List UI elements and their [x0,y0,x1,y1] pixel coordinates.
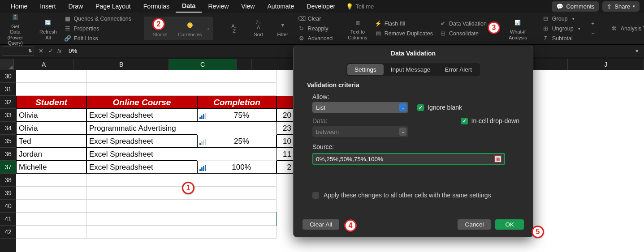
cell[interactable] [86,174,197,187]
subtotal-button[interactable]: ΣSubtotal [540,34,582,43]
sort-az-button[interactable]: A↓Z [224,22,245,35]
source-input[interactable]: ▦ [312,153,505,165]
tab-settings[interactable]: Settings [347,64,384,75]
tab-developer[interactable]: Developer [300,0,341,12]
apply-all-checkbox[interactable] [312,192,319,199]
source-field[interactable] [316,156,494,162]
cell[interactable] [16,70,86,83]
advanced-filter[interactable]: ⚙Advanced [296,34,335,43]
cell-d[interactable]: 11 [277,148,294,161]
row-header[interactable]: 38 [0,174,16,187]
row-header[interactable]: 39 [0,187,16,200]
cell-completion[interactable]: 25% [197,135,277,148]
select-all-cell[interactable] [0,59,14,70]
filter-button[interactable]: ▼Filter [272,18,294,38]
ignore-blank-checkbox[interactable]: ✓Ignore blank [417,104,462,111]
name-box[interactable]: ⇅ [3,47,34,56]
cell-course[interactable]: Excel Spreadsheet [86,148,197,161]
cell[interactable] [16,213,86,226]
properties[interactable]: ☰Properties [62,24,134,33]
cell[interactable] [16,187,86,200]
reapply-filter[interactable]: ↻Reapply [296,24,335,33]
cell[interactable] [86,200,197,213]
hide-detail[interactable]: − [588,29,598,38]
cell-completion[interactable]: 100% [197,161,277,174]
cell-course[interactable]: Excel Spreadsheet [86,135,197,148]
tab-draw[interactable]: Draw [62,0,89,12]
cancel-button[interactable]: Cancel [458,219,491,230]
cell[interactable] [197,226,277,239]
ungroup-button[interactable]: ⊞Ungroup▾ [540,24,582,33]
row-header[interactable]: 31 [0,83,16,96]
table-header-completion[interactable]: Completion [197,96,277,109]
tab-automate[interactable]: Automate [261,0,300,12]
cell[interactable] [16,83,86,96]
cell[interactable] [86,83,197,96]
cell[interactable] [16,226,86,239]
cell[interactable] [197,200,277,213]
cell[interactable] [86,213,197,226]
col-header-c[interactable]: C [169,59,237,70]
analysis-tools[interactable]: 🛠Analysis Tools [609,24,644,33]
row-header[interactable]: 41 [0,213,16,226]
cell-student[interactable]: Olivia [16,109,86,122]
tab-view[interactable]: View [235,0,261,12]
row-header[interactable]: 37 [0,161,16,174]
row-header[interactable]: 34 [0,122,16,135]
col-header-a[interactable]: A [14,59,74,70]
cell-student[interactable]: Olivia [16,122,86,135]
tab-page-layout[interactable]: Page Layout [89,0,137,12]
ok-button[interactable]: OK [495,219,524,230]
chevron-right-icon[interactable]: › [206,25,210,32]
data-validation-button[interactable]: ✔Data Validation▾ [437,19,495,28]
cancel-icon[interactable]: ✕ [38,47,44,54]
flash-fill[interactable]: ⚡Flash-fill [373,19,435,28]
clear-filter[interactable]: ⌫Clear [296,14,335,23]
cell[interactable] [86,70,197,83]
queries-connections[interactable]: ▦Queries & Connections [62,14,134,23]
expand-formula-icon[interactable]: ▾ [632,47,641,54]
col-header-d[interactable] [237,59,252,70]
col-header-j[interactable]: J [568,59,644,70]
tab-formulas[interactable]: Formulas [137,0,176,12]
cell-d[interactable]: 23 [277,122,294,135]
cell-d[interactable]: 2 [277,161,294,174]
cell-student[interactable]: Michelle [16,161,86,174]
clear-all-button[interactable]: Clear All [303,219,339,230]
row-header[interactable]: 33 [0,109,16,122]
range-selector-icon[interactable]: ▦ [494,155,501,162]
row-header[interactable]: 42 [0,226,16,239]
row-header[interactable]: 36 [0,148,16,161]
cell[interactable] [16,200,86,213]
show-detail[interactable]: + [588,19,598,28]
tell-me[interactable]: 💡 Tell me [346,3,374,10]
comments-button[interactable]: 💬 Comments [552,1,599,12]
table-header-course[interactable]: Online Course [86,96,197,109]
enter-icon[interactable]: ✓ [48,47,54,54]
cell-student[interactable]: Ted [16,135,86,148]
tab-error-alert[interactable]: Error Alert [437,64,479,75]
tab-review[interactable]: Review [202,0,235,12]
cell[interactable] [86,187,197,200]
cell-d[interactable]: 20 [277,109,294,122]
cell[interactable] [197,187,277,200]
cell-course[interactable]: Excel Spreadsheet [86,109,197,122]
fx-icon[interactable]: fx [57,48,61,54]
get-data-button[interactable]: 🗄️ Get Data (Power Query) [4,10,26,46]
text-to-columns-button[interactable]: ▥Text to Columns [345,16,370,41]
tab-input-message[interactable]: Input Message [384,64,438,75]
share-button[interactable]: ⇪ Share ▾ [602,1,640,12]
currencies-button[interactable]: 🪙Currencies [175,18,204,38]
row-header[interactable]: 30 [0,70,16,83]
cell[interactable] [197,83,277,96]
group-button[interactable]: ⊟Group▾ [540,14,582,23]
allow-select[interactable]: List⌄ [312,102,408,113]
cell-student[interactable]: Jordan [16,148,86,161]
what-if-button[interactable]: 📊What-if Analysis [506,16,530,41]
cell[interactable] [197,70,277,83]
cell-d[interactable]: 10 [277,135,294,148]
tab-insert[interactable]: Insert [34,0,62,12]
cell[interactable] [197,174,277,187]
refresh-all-button[interactable]: 🔄 Refresh All [37,16,60,41]
tab-data[interactable]: Data [176,0,202,13]
